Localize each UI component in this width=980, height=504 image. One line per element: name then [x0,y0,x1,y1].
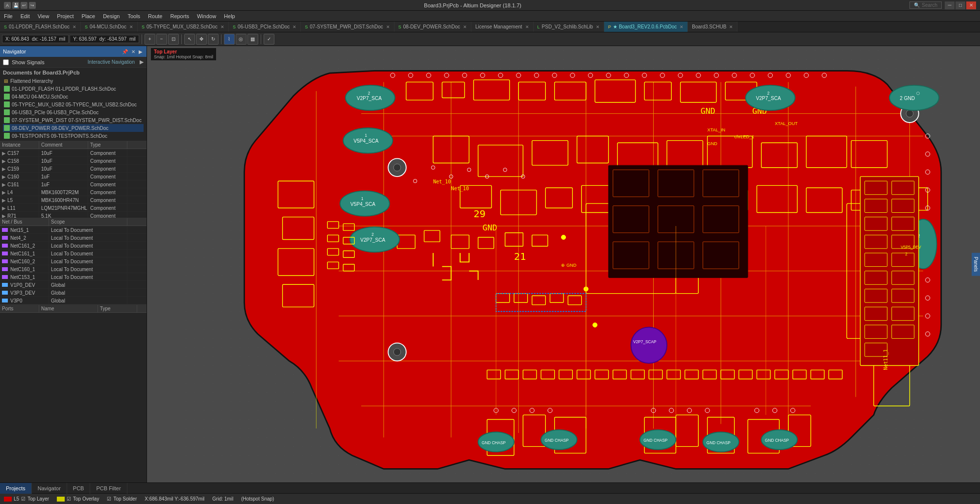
minimize-button[interactable]: ─ [945,1,955,9]
table-row[interactable]: ▶ C158 10uF Component [0,157,147,165]
net-row[interactable]: V3P3_DEV Global [0,289,147,297]
menu-design[interactable]: Design [99,11,123,22]
table-row[interactable]: ▶ L5 MBK1600HR47N Component [0,196,147,204]
svg-text:1: 1 [361,197,364,201]
doc-hierarchy[interactable]: ▤ Flattened Hierarchy [3,77,144,85]
menu-place[interactable]: Place [78,11,99,22]
window-controls: ─ □ ✕ [945,1,976,9]
bottom-tabbar: Projects Navigator PCB PCB Filter [0,482,980,493]
doc-mcu[interactable]: 04-MCU 04-MCU.SchDoc [3,93,144,101]
net-row[interactable]: V1P0_DEV Global [0,281,147,289]
doc-lpddr[interactable]: 01-LPDDR_FLASH 01-LPDDR_FLASH.SchDoc [3,85,144,93]
rotate-button[interactable]: ↻ [208,34,219,45]
search-box[interactable]: 🔍 Search [909,1,942,9]
menu-reports[interactable]: Reports [166,11,193,22]
net-row[interactable]: NetC153_1 Local To Document [0,273,147,281]
table-row[interactable]: ▶ L4 MBK1600T2R2M Component [0,188,147,196]
route-button[interactable]: ⌇ [224,34,235,45]
undo-icon[interactable]: ↩ [21,2,27,9]
save-icon[interactable]: 💾 [12,2,19,9]
doc-typec[interactable]: 05-TYPEC_MUX_USB2 05-TYPEC_MUX_USB2.SchD… [3,101,144,108]
zoom-fit-button[interactable]: ⊡ [168,34,179,45]
table-row[interactable]: ▶ R71 5.1K Component [0,212,147,218]
menu-file[interactable]: File [0,11,17,22]
zoom-in-button[interactable]: + [145,34,155,45]
doc-tab-syspwr[interactable]: S 07-SYSTEM_PWR_DIST.SchDoc ✕ [301,22,394,32]
doc-tab-schlib[interactable]: L PSD_V2_Schlib.SchLib ✕ [534,22,605,32]
layer-info-overlay: Top Layer Snap: 1mil Hotspot Snap: 8mil [151,48,216,60]
table-row[interactable]: ▶ C160 1uF Component [0,173,147,180]
schematic-icon-usb3 [4,109,10,115]
net-row[interactable]: Net15_1 Local To Document [0,226,147,234]
connector-ll: V2P7_SCA 2 [350,227,399,252]
svg-text:XTAL_OUT: XTAL_OUT [775,121,798,126]
doc-tab-schub[interactable]: Board3.SCHUB ✕ [688,22,737,32]
svg-text:V2P7_SCA: V2P7_SCA [756,96,781,101]
nav-arrow-icon[interactable]: ▶ [138,49,144,55]
nav-pin-icon[interactable]: 📌 [121,49,129,55]
menu-window[interactable]: Window [193,11,220,22]
doc-tab-usb3[interactable]: S 06-USB3_PCIe.SchDoc ✕ [229,22,301,32]
svg-text:GND: GND [483,223,497,232]
checkbox-top[interactable]: ☑ [21,496,25,502]
maximize-button[interactable]: □ [956,1,965,9]
doc-tab-license[interactable]: License Management ✕ [471,22,534,32]
menu-tools[interactable]: Tools [123,11,144,22]
doc-tab-devpwr[interactable]: S 08-DEV_POWER.SchDoc ✕ [394,22,471,32]
doc-tab-lpddr[interactable]: S 01-LPDDR_FLASH.SchDoc ✕ [0,22,81,32]
pcb-board-svg[interactable]: GND GND GND GND 29 89 21 ⊕ GND XTAL_IN X… [147,46,980,482]
doc-tab-typec[interactable]: S 05-TYPEC_MUX_USB2.SchDoc ✕ [138,22,229,32]
connector-tr2: 2 GND ⬡ [889,85,939,110]
table-row[interactable]: ▶ L11 LQM21PNR47MGHL Component [0,204,147,212]
tab-navigator[interactable]: Navigator [32,483,67,494]
pcb-canvas-area[interactable]: Top Layer Snap: 1mil Hotspot Snap: 8mil [147,46,980,482]
nav-expand-icon[interactable]: ▶ [140,59,144,65]
doc-devpwr[interactable]: 08-DEV_POWER 08-DEV_POWER.SchDoc [3,124,144,132]
checkbox-solder[interactable]: ☑ [107,496,111,502]
svg-text:GND CHASP: GND CHASP [482,441,506,445]
svg-text:V2P7_SCA: V2P7_SCA [360,237,385,243]
table-row[interactable]: ▶ C159 10uF Component [0,165,147,173]
tab-projects[interactable]: Projects [0,483,32,494]
menu-project[interactable]: Project [53,11,77,22]
panels-tab[interactable]: Panels [972,253,980,276]
doc-tab-pcbdoc[interactable]: P ★ Board3_REV2.0.6.PcbDoc ✕ [604,22,688,32]
tab-pcb-filter[interactable]: PCB Filter [90,483,127,494]
menu-help[interactable]: Help [220,11,239,22]
tab-pcb[interactable]: PCB [67,483,91,494]
net-row[interactable]: NetC161_2 Local To Document [0,242,147,250]
menu-view[interactable]: View [34,11,53,22]
menu-route[interactable]: Route [144,11,166,22]
scope-col-header: Scope [49,218,127,226]
svg-text:2: 2 [368,91,370,96]
grid-label: Grid: 1mil [212,496,233,502]
table-row[interactable]: ▶ C161 1uF Component [0,180,147,188]
move-button[interactable]: ✥ [196,34,207,45]
net-row[interactable]: NetC160_2 Local To Document [0,257,147,265]
net-row[interactable]: V3P0 Global [0,297,147,304]
doc-testpoints[interactable]: 09-TESTPOINTS 09-TESTPOINTS.SchDoc [3,132,144,140]
net-row[interactable]: NetC161_1 Local To Document [0,250,147,257]
doc-usb3[interactable]: 06-USB3_PCIe 06-USB3_PCIe.SchDoc [3,108,144,116]
connector-lm: V5P4_SCA 1 [340,191,390,216]
copper-pour-button[interactable]: ▦ [247,34,258,45]
nav-close-icon[interactable]: ✕ [130,49,136,55]
net-row[interactable]: Net4_2 Local To Document [0,234,147,242]
zoom-out-button[interactable]: − [156,34,167,45]
doc-syspwr[interactable]: 07-SYSTEM_PWR_DIST 07-SYSTEM_PWR_DIST.Sc… [3,116,144,124]
menu-edit[interactable]: Edit [17,11,34,22]
via-button[interactable]: ◎ [236,34,246,45]
drc-button[interactable]: ✓ [264,34,274,45]
doc-tab-mcu[interactable]: S 04-MCU.SchDoc ✕ [81,22,138,32]
checkbox-overlay[interactable]: ☑ [67,496,71,502]
svg-text:V2P7_SCAP: V2P7_SCAP [633,340,657,344]
nets-table-body: Net15_1 Local To Document Net4_2 Local T… [0,226,147,304]
net-col-header: Net / Bus [0,218,49,226]
close-button[interactable]: ✕ [966,1,976,9]
select-button[interactable]: ↖ [184,34,195,45]
redo-icon[interactable]: ↪ [29,2,36,9]
net-row[interactable]: NetC160_1 Local To Document [0,265,147,273]
show-signals-checkbox[interactable] [3,59,9,65]
table-row[interactable]: ▶ C157 10uF Component [0,149,147,157]
layer5-label: L5 [14,496,19,502]
